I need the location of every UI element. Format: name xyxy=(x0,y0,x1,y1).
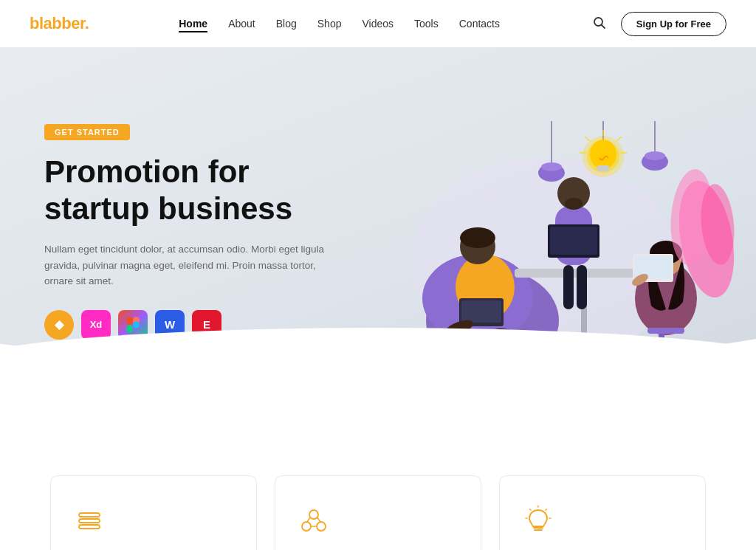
hero-wave-bottom xyxy=(0,365,756,431)
svg-point-11 xyxy=(460,227,495,248)
svg-rect-23 xyxy=(563,265,574,309)
nav-item-videos[interactable]: Videos xyxy=(362,17,394,30)
nav-link-tools[interactable]: Tools xyxy=(414,18,439,30)
logo[interactable]: blabber. xyxy=(30,14,89,33)
svg-line-60 xyxy=(307,518,310,522)
svg-rect-55 xyxy=(79,519,100,523)
cards-section: Project Management Marketing Activities xyxy=(0,431,756,550)
navbar: blabber. Home About Blog Shop Videos Too… xyxy=(0,0,756,47)
hero-section: GET STARTED Promotion for startup busine… xyxy=(0,47,756,431)
nav-item-contacts[interactable]: Contacts xyxy=(459,17,500,30)
svg-rect-54 xyxy=(79,525,100,529)
nav-item-home[interactable]: Home xyxy=(179,17,207,30)
svg-rect-22 xyxy=(550,227,597,255)
search-button[interactable] xyxy=(590,13,609,35)
nav-links: Home About Blog Shop Videos Tools Contac… xyxy=(179,17,500,30)
nav-item-shop[interactable]: Shop xyxy=(317,17,342,30)
svg-rect-47 xyxy=(597,165,609,171)
svg-point-58 xyxy=(302,522,311,531)
nav-right: Sign Up for Free xyxy=(590,12,726,36)
svg-point-42 xyxy=(645,151,665,160)
nav-link-shop[interactable]: Shop xyxy=(317,18,342,30)
card-icon-bulb xyxy=(520,503,556,538)
signup-button[interactable]: Sign Up for Free xyxy=(621,12,726,36)
search-icon xyxy=(593,16,606,30)
nav-link-contacts[interactable]: Contacts xyxy=(459,18,500,30)
card-project-management: Project Management xyxy=(50,475,257,550)
svg-point-39 xyxy=(541,162,562,171)
card-marketing-activities: Marketing Activities xyxy=(275,475,481,550)
nav-link-videos[interactable]: Videos xyxy=(362,18,394,30)
nav-item-blog[interactable]: Blog xyxy=(276,17,297,30)
wave-svg xyxy=(0,324,756,368)
logo-text: blabber xyxy=(30,14,85,32)
logo-dot: . xyxy=(85,14,89,32)
svg-point-59 xyxy=(317,522,326,531)
nav-link-about[interactable]: About xyxy=(228,18,255,30)
hero-description: Nullam eget tincidunt dolor, at accumsan… xyxy=(44,241,325,289)
svg-rect-24 xyxy=(577,265,587,309)
nav-link-home[interactable]: Home xyxy=(179,18,207,32)
layers-svg-icon xyxy=(73,504,106,537)
nav-item-tools[interactable]: Tools xyxy=(414,17,439,30)
svg-rect-13 xyxy=(461,300,501,323)
svg-line-67 xyxy=(530,509,532,511)
svg-rect-56 xyxy=(79,513,100,517)
svg-point-46 xyxy=(590,140,616,169)
svg-line-50 xyxy=(616,137,622,141)
svg-line-1 xyxy=(601,24,605,28)
get-started-badge: GET STARTED xyxy=(44,124,130,140)
svg-line-61 xyxy=(317,518,320,522)
card-professional-support: Professional Support xyxy=(499,475,706,550)
card-icon-circles xyxy=(296,503,331,538)
card-icon-layers xyxy=(72,503,107,538)
svg-point-57 xyxy=(309,510,318,519)
hero-title: Promotion for startup business xyxy=(44,154,325,227)
nav-item-about[interactable]: About xyxy=(228,17,255,30)
svg-line-66 xyxy=(546,509,547,511)
nav-link-blog[interactable]: Blog xyxy=(276,18,297,30)
bulb-svg-icon xyxy=(522,504,554,537)
circles-svg-icon xyxy=(298,504,330,537)
svg-point-20 xyxy=(565,198,583,210)
svg-line-49 xyxy=(585,137,590,141)
